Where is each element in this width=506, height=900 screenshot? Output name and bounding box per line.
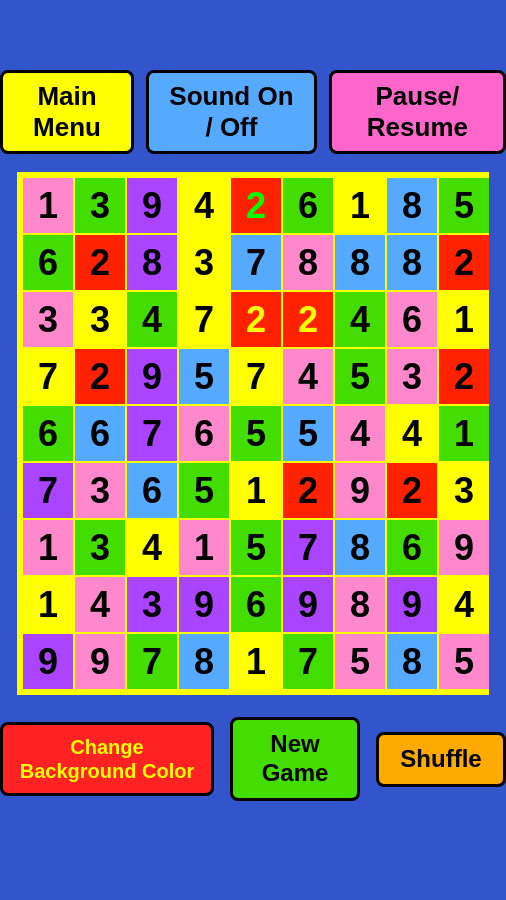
table-row[interactable]: 4 (335, 292, 385, 347)
table-row[interactable]: 4 (127, 292, 177, 347)
table-row[interactable]: 1 (23, 577, 73, 632)
table-row[interactable]: 6 (75, 406, 125, 461)
table-row[interactable]: 6 (283, 178, 333, 233)
table-row[interactable]: 1 (335, 178, 385, 233)
table-row[interactable]: 4 (335, 406, 385, 461)
table-row[interactable]: 5 (179, 349, 229, 404)
table-row[interactable]: 8 (335, 520, 385, 575)
table-row[interactable]: 6 (231, 577, 281, 632)
table-row[interactable]: 2 (283, 463, 333, 518)
table-row[interactable]: 7 (283, 520, 333, 575)
table-row[interactable]: 3 (179, 235, 229, 290)
table-row[interactable]: 9 (127, 349, 177, 404)
table-row[interactable]: 2 (439, 235, 489, 290)
table-row[interactable]: 3 (23, 292, 73, 347)
footer: Change Background Color New Game Shuffle (0, 717, 506, 801)
table-row[interactable]: 6 (23, 406, 73, 461)
new-game-button[interactable]: New Game (230, 717, 360, 801)
table-row[interactable]: 1 (23, 178, 73, 233)
table-row[interactable]: 9 (335, 463, 385, 518)
table-row[interactable]: 6 (179, 406, 229, 461)
table-row[interactable]: 1 (439, 292, 489, 347)
table-row[interactable]: 7 (231, 349, 281, 404)
table-row[interactable]: 9 (179, 577, 229, 632)
table-row[interactable]: 9 (127, 178, 177, 233)
game-grid: 1394261856283788823347224617295745326676… (17, 172, 489, 695)
table-row[interactable]: 6 (387, 520, 437, 575)
sound-button[interactable]: Sound On / Off (146, 70, 317, 154)
table-row[interactable]: 7 (127, 406, 177, 461)
table-row[interactable]: 2 (387, 463, 437, 518)
table-row[interactable]: 4 (439, 577, 489, 632)
table-row[interactable]: 1 (231, 634, 281, 689)
table-row[interactable]: 4 (75, 577, 125, 632)
table-row[interactable]: 3 (127, 577, 177, 632)
table-row[interactable]: 3 (75, 292, 125, 347)
table-row[interactable]: 9 (283, 577, 333, 632)
table-row[interactable]: 1 (23, 520, 73, 575)
table-row[interactable]: 8 (127, 235, 177, 290)
table-row[interactable]: 2 (283, 292, 333, 347)
table-row[interactable]: 1 (179, 520, 229, 575)
table-row[interactable]: 7 (231, 235, 281, 290)
table-row[interactable]: 5 (231, 406, 281, 461)
table-row[interactable]: 4 (127, 520, 177, 575)
table-row[interactable]: 8 (179, 634, 229, 689)
table-row[interactable]: 5 (179, 463, 229, 518)
table-row[interactable]: 8 (387, 634, 437, 689)
table-row[interactable]: 9 (387, 577, 437, 632)
table-row[interactable]: 2 (439, 349, 489, 404)
table-row[interactable]: 2 (231, 292, 281, 347)
table-row[interactable]: 9 (439, 520, 489, 575)
table-row[interactable]: 2 (231, 178, 281, 233)
table-row[interactable]: 7 (23, 349, 73, 404)
table-row[interactable]: 3 (75, 178, 125, 233)
table-row[interactable]: 9 (75, 634, 125, 689)
change-bg-button[interactable]: Change Background Color (0, 722, 214, 796)
table-row[interactable]: 5 (231, 520, 281, 575)
table-row[interactable]: 7 (179, 292, 229, 347)
header: Main Menu Sound On / Off Pause/ Resume (0, 70, 506, 154)
table-row[interactable]: 3 (439, 463, 489, 518)
table-row[interactable]: 7 (127, 634, 177, 689)
table-row[interactable]: 5 (335, 349, 385, 404)
pause-resume-button[interactable]: Pause/ Resume (329, 70, 506, 154)
table-row[interactable]: 7 (283, 634, 333, 689)
table-row[interactable]: 2 (75, 349, 125, 404)
table-row[interactable]: 5 (439, 178, 489, 233)
table-row[interactable]: 6 (387, 292, 437, 347)
main-menu-button[interactable]: Main Menu (0, 70, 134, 154)
table-row[interactable]: 1 (439, 406, 489, 461)
table-row[interactable]: 8 (335, 577, 385, 632)
table-row[interactable]: 9 (23, 634, 73, 689)
table-row[interactable]: 3 (75, 463, 125, 518)
table-row[interactable]: 4 (179, 178, 229, 233)
table-row[interactable]: 4 (387, 406, 437, 461)
table-row[interactable]: 3 (387, 349, 437, 404)
table-row[interactable]: 1 (231, 463, 281, 518)
table-row[interactable]: 7 (23, 463, 73, 518)
table-row[interactable]: 8 (387, 178, 437, 233)
table-row[interactable]: 8 (283, 235, 333, 290)
table-row[interactable]: 2 (75, 235, 125, 290)
table-row[interactable]: 4 (283, 349, 333, 404)
table-row[interactable]: 8 (387, 235, 437, 290)
table-row[interactable]: 6 (23, 235, 73, 290)
shuffle-button[interactable]: Shuffle (376, 732, 506, 787)
table-row[interactable]: 8 (335, 235, 385, 290)
table-row[interactable]: 5 (283, 406, 333, 461)
table-row[interactable]: 5 (439, 634, 489, 689)
table-row[interactable]: 3 (75, 520, 125, 575)
table-row[interactable]: 5 (335, 634, 385, 689)
table-row[interactable]: 6 (127, 463, 177, 518)
